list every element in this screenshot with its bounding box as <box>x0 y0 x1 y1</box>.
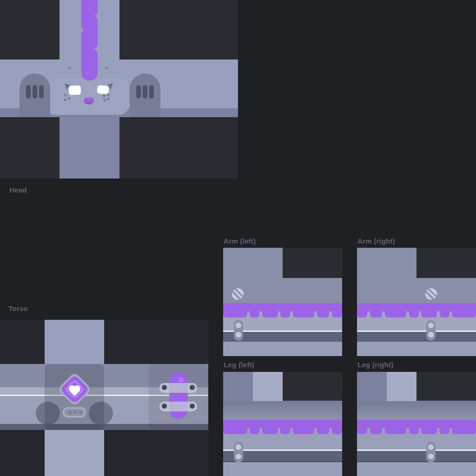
buckle-dot <box>68 410 72 414</box>
section-label-arm-left: Arm (left) <box>224 237 256 245</box>
rivet-icon <box>162 403 167 409</box>
screw-icon <box>425 288 437 300</box>
ear-vent-icon <box>26 85 31 99</box>
texture-sheet-page: Head Torso Arm (left) <box>0 0 476 476</box>
leg-dark-band <box>357 451 476 462</box>
zipper-pull-icon <box>234 442 243 463</box>
leg-uv-cutout <box>283 372 342 401</box>
arm-left-texture-tile <box>223 248 342 356</box>
ear-vent-icon <box>136 85 141 99</box>
brow-dot-left <box>68 66 71 70</box>
screw-icon <box>232 288 244 300</box>
head-bottom-column <box>60 117 119 178</box>
zipper-pull-icon <box>426 320 436 341</box>
arm-uv-cutout <box>416 248 476 278</box>
torso-texture-tile <box>0 320 208 476</box>
section-label-leg-right: Leg (right) <box>357 361 393 369</box>
brow-dot-right <box>105 66 108 70</box>
torso-bottom-column <box>45 430 104 476</box>
leg-shade-gradient <box>223 401 342 420</box>
torso-top-column <box>45 320 104 364</box>
buckle-dot <box>73 410 77 414</box>
ear-vent-icon <box>39 85 44 99</box>
leg-uv-cutout <box>416 372 476 401</box>
eye-left <box>69 86 81 95</box>
section-label-head: Head <box>9 186 27 194</box>
section-label-arm-right: Arm (right) <box>357 237 395 245</box>
freckle <box>64 94 67 97</box>
freckle <box>107 93 110 96</box>
leg-shade-gradient <box>357 401 476 420</box>
rivet-icon <box>190 403 195 409</box>
rivet-icon <box>190 385 195 390</box>
purple-paint-band <box>357 420 476 434</box>
face-panel <box>46 78 129 115</box>
arm-right-texture-tile <box>357 248 476 356</box>
leg-right-texture-tile <box>357 372 476 476</box>
freckle <box>107 98 110 100</box>
ear-vent-icon <box>33 85 37 99</box>
leg-left-texture-tile <box>223 372 342 476</box>
section-label-torso: Torso <box>8 304 28 312</box>
head-texture-tile <box>0 0 238 178</box>
arm-dark-band <box>357 332 476 342</box>
leg-bottom-band <box>223 462 342 476</box>
buckle-dot <box>79 410 82 414</box>
leg-top-block-dark <box>357 372 387 401</box>
arm-bottom-band <box>357 342 476 356</box>
leg-top-block-light <box>253 372 283 401</box>
zipper-pull-icon <box>426 442 436 463</box>
eye-right <box>97 86 109 94</box>
arm-bottom-band <box>223 342 342 356</box>
leg-top-block-dark <box>223 372 253 401</box>
head-purple-stripe <box>81 0 98 80</box>
freckle <box>64 99 66 101</box>
freckle <box>103 94 106 97</box>
freckle <box>103 99 106 101</box>
arm-uv-cutout <box>283 248 342 278</box>
purple-paint-band <box>357 303 476 317</box>
leg-bottom-band <box>357 462 476 476</box>
freckle <box>68 97 71 100</box>
clasp-highlight <box>178 377 184 383</box>
purple-paint-band <box>223 420 342 434</box>
ear-right <box>130 73 160 117</box>
ear-vent-icon <box>143 85 147 99</box>
ear-vent-icon <box>149 85 154 99</box>
zipper-pull-icon <box>234 320 243 341</box>
purple-paint-band <box>223 303 342 317</box>
ear-left <box>20 73 50 117</box>
leg-top-block-light <box>387 372 416 401</box>
rivet-icon <box>162 385 167 390</box>
section-label-leg-left: Leg (left) <box>224 361 254 369</box>
